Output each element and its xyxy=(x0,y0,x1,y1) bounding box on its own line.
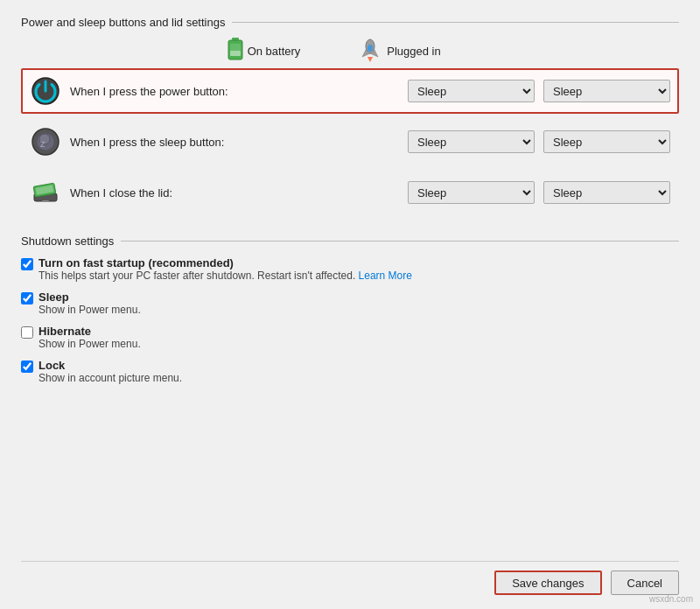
svg-marker-8 xyxy=(368,57,373,62)
fast-startup-item: Turn on fast startup (recommended) This … xyxy=(21,256,679,282)
battery-column-header: On battery xyxy=(196,38,332,65)
battery-label: On battery xyxy=(248,45,301,58)
svg-text:z: z xyxy=(40,138,46,149)
hibernate-content: Hibernate Show in Power menu. xyxy=(38,325,141,350)
hibernate-checkbox[interactable] xyxy=(21,326,33,339)
save-changes-button[interactable]: Save changes xyxy=(494,570,601,595)
shutdown-section: Shutdown settings Turn on fast startup (… xyxy=(21,234,679,393)
sleep-button-battery-select[interactable]: Sleep Hibernate Shut down Turn off the d… xyxy=(408,130,535,153)
plugged-label: Plugged in xyxy=(387,45,440,58)
sleep-item: Sleep Show in Power menu. xyxy=(21,290,679,316)
sleep-button-row: z When I press the sleep button: Sleep H… xyxy=(21,119,679,164)
page-container: Power and sleep buttons and lid settings… xyxy=(0,0,700,609)
lock-item: Lock Show in account picture menu. xyxy=(21,359,679,384)
power-button-battery-select[interactable]: Sleep Hibernate Shut down Turn off the d… xyxy=(408,80,535,102)
power-button-plugged-select[interactable]: Sleep Hibernate Shut down Turn off the d… xyxy=(543,80,670,102)
power-button-label: When I press the power button: xyxy=(70,85,408,98)
shutdown-section-header: Shutdown settings xyxy=(21,234,679,248)
rocket-icon xyxy=(358,38,382,65)
fast-startup-desc: This helps start your PC faster after sh… xyxy=(38,270,412,282)
lock-desc: Show in account picture menu. xyxy=(38,372,182,384)
shutdown-divider xyxy=(121,241,679,242)
sleep-shutdown-label: Sleep xyxy=(38,290,141,304)
power-icon xyxy=(30,75,61,107)
lock-label: Lock xyxy=(38,359,182,372)
close-lid-dropdowns: Sleep Hibernate Shut down Turn off the d… xyxy=(408,181,670,204)
settings-rows: When I press the power button: Sleep Hib… xyxy=(21,68,679,215)
close-lid-row: When I close the lid: Sleep Hibernate Sh… xyxy=(21,170,679,215)
footer: Save changes Cancel xyxy=(21,561,679,595)
battery-icon xyxy=(228,38,243,65)
cancel-button[interactable]: Cancel xyxy=(611,570,679,595)
hibernate-label: Hibernate xyxy=(38,325,141,338)
lock-content: Lock Show in account picture menu. xyxy=(38,359,182,384)
svg-rect-17 xyxy=(42,200,49,202)
lock-checkbox[interactable] xyxy=(21,360,33,373)
power-sleep-section-header: Power and sleep buttons and lid settings xyxy=(21,16,679,29)
power-button-dropdowns: Sleep Hibernate Shut down Turn off the d… xyxy=(408,80,670,102)
watermark: wsxdn.com xyxy=(649,594,693,604)
sleep-button-dropdowns: Sleep Hibernate Shut down Turn off the d… xyxy=(408,130,670,153)
sleep-button-plugged-select[interactable]: Sleep Hibernate Shut down Turn off the d… xyxy=(543,130,670,153)
svg-point-7 xyxy=(368,45,373,52)
fast-startup-content: Turn on fast startup (recommended) This … xyxy=(38,256,412,282)
power-sleep-title: Power and sleep buttons and lid settings xyxy=(21,16,232,29)
sleep-desc: Show in Power menu. xyxy=(38,304,141,316)
power-button-row: When I press the power button: Sleep Hib… xyxy=(21,68,679,114)
close-lid-label: When I close the lid: xyxy=(70,186,408,200)
fast-startup-checkbox[interactable] xyxy=(21,258,33,270)
sleep-content: Sleep Show in Power menu. xyxy=(38,290,141,316)
sleep-icon: z xyxy=(30,126,61,158)
close-lid-plugged-select[interactable]: Sleep Hibernate Shut down Turn off the d… xyxy=(543,181,670,204)
svg-rect-3 xyxy=(230,51,241,56)
power-sleep-divider xyxy=(232,22,679,23)
fast-startup-label: Turn on fast startup (recommended) xyxy=(38,256,412,270)
hibernate-desc: Show in Power menu. xyxy=(38,338,141,350)
column-headers: On battery Plugged in xyxy=(196,38,679,65)
close-lid-battery-select[interactable]: Sleep Hibernate Shut down Turn off the d… xyxy=(408,181,535,204)
hibernate-item: Hibernate Show in Power menu. xyxy=(21,325,679,350)
learn-more-link[interactable]: Learn More xyxy=(359,270,412,282)
sleep-checkbox[interactable] xyxy=(21,292,33,304)
sleep-button-label: When I press the sleep button: xyxy=(70,136,408,149)
shutdown-title: Shutdown settings xyxy=(21,234,121,248)
plugged-column-header: Plugged in xyxy=(332,38,467,65)
lid-icon xyxy=(30,177,61,208)
